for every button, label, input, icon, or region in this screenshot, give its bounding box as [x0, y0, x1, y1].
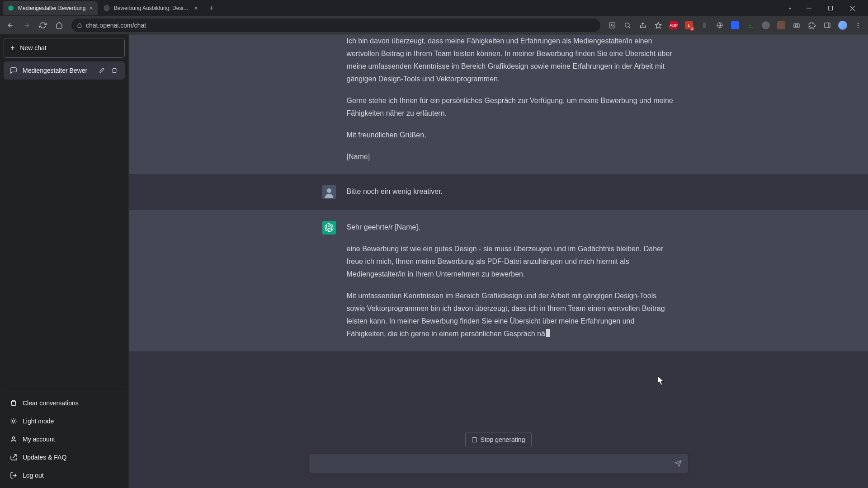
svg-point-8	[625, 23, 629, 27]
translate-icon[interactable]	[606, 19, 618, 32]
side-item-label: Light mode	[23, 418, 54, 425]
url-text: chat.openai.com/chat	[86, 22, 146, 29]
chatgpt-favicon	[7, 5, 14, 12]
prompt-box[interactable]	[309, 454, 689, 474]
svg-point-17	[858, 27, 859, 28]
browser-tab-1[interactable]: Mediengestalter Bewerbung ×	[3, 1, 98, 15]
stop-generating-button[interactable]: Stop generating	[465, 432, 532, 447]
star-icon[interactable]	[652, 19, 665, 32]
close-button[interactable]	[843, 2, 862, 14]
new-tab-button[interactable]: +	[205, 2, 218, 14]
favicon	[103, 5, 110, 12]
browser-tab-2[interactable]: Bewerbung Ausbildung: Design- ×	[99, 1, 203, 15]
browser-chrome: Mediengestalter Bewerbung × Bewerbung Au…	[0, 0, 868, 34]
updates-faq[interactable]: Updates & FAQ	[4, 448, 125, 466]
abp-extension[interactable]: ABP	[667, 19, 680, 32]
svg-rect-7	[609, 23, 615, 28]
link-icon	[10, 454, 17, 461]
tab-title: Mediengestalter Bewerbung	[18, 5, 85, 11]
svg-point-1	[104, 5, 109, 11]
send-icon[interactable]	[675, 460, 682, 467]
input-area: Stop generating	[129, 432, 868, 488]
reload-button[interactable]	[36, 19, 50, 32]
svg-rect-13	[825, 23, 830, 28]
camera-icon[interactable]	[790, 19, 803, 32]
log-out[interactable]: Log out	[4, 466, 125, 484]
conversation-item[interactable]: Mediengestalter Bewer	[4, 61, 125, 80]
globe-icon[interactable]	[713, 19, 726, 32]
my-account[interactable]: My account	[4, 430, 125, 448]
assistant-avatar	[322, 221, 336, 235]
logout-icon	[10, 472, 17, 479]
plus-icon: +	[10, 44, 14, 52]
download-icon[interactable]	[744, 19, 757, 32]
conversation-title: Mediengestalter Bewer	[23, 67, 93, 74]
sun-icon	[10, 418, 17, 425]
extension-badge[interactable]: L2	[683, 19, 695, 32]
message-row-user: Bitte noch ein wenig kreativer.	[129, 174, 868, 210]
new-chat-label: New chat	[20, 44, 46, 52]
extension-generic-1[interactable]	[698, 19, 711, 32]
svg-point-18	[12, 420, 14, 422]
zoom-icon[interactable]	[621, 19, 634, 32]
svg-point-16	[858, 25, 859, 26]
close-icon[interactable]: ×	[89, 5, 93, 12]
tab-strip: Mediengestalter Bewerbung × Bewerbung Au…	[0, 0, 868, 16]
message-content: Bitte noch ein wenig kreativer.	[347, 185, 675, 199]
maximize-button[interactable]	[821, 2, 840, 14]
chevron-down-icon[interactable]: ▾	[783, 2, 797, 14]
stop-label: Stop generating	[481, 436, 525, 443]
svg-point-19	[12, 437, 14, 439]
svg-point-12	[795, 24, 797, 27]
svg-point-15	[858, 23, 859, 24]
menu-icon[interactable]	[852, 19, 864, 32]
trash-icon[interactable]	[111, 67, 118, 74]
paragraph: Bitte noch ein wenig kreativer.	[347, 185, 675, 198]
chat-main: Ich bin davon überzeugt, dass meine Fähi…	[129, 34, 868, 488]
svg-rect-6	[78, 25, 81, 28]
extension-blue[interactable]	[729, 19, 741, 32]
svg-marker-9	[655, 22, 661, 28]
window-controls: ▾	[783, 2, 865, 14]
message-content: Ich bin davon überzeugt, dass meine Fähi…	[347, 35, 675, 163]
forward-button[interactable]	[20, 19, 33, 32]
sidepanel-icon[interactable]	[821, 19, 834, 32]
lock-icon	[77, 23, 82, 28]
paragraph: Mit freundlichen Grüßen,	[347, 129, 675, 141]
paragraph: Sehr geehrte/r [Name],	[347, 221, 675, 234]
svg-rect-3	[829, 6, 833, 10]
chat-scroll[interactable]: Ich bin davon überzeugt, dass meine Fähi…	[129, 34, 868, 432]
extensions-menu-icon[interactable]	[806, 19, 818, 32]
side-item-label: My account	[23, 436, 55, 443]
message-row-assistant: Sehr geehrte/r [Name], eine Bewerbung is…	[129, 210, 868, 352]
new-chat-button[interactable]: + New chat	[4, 38, 125, 58]
close-icon[interactable]: ×	[194, 5, 198, 12]
clear-conversations[interactable]: Clear conversations	[4, 394, 125, 412]
back-button[interactable]	[4, 19, 17, 32]
user-icon	[10, 436, 17, 443]
home-button[interactable]	[52, 19, 66, 32]
message-content: Sehr geehrte/r [Name], eine Bewerbung is…	[347, 221, 675, 340]
side-item-label: Clear conversations	[23, 399, 79, 407]
edit-icon[interactable]	[99, 67, 106, 74]
sidebar-bottom: Clear conversations Light mode My accoun…	[4, 391, 125, 484]
paragraph: [Name]	[347, 150, 675, 163]
mouse-cursor	[658, 376, 665, 386]
share-icon[interactable]	[637, 19, 649, 32]
prompt-input[interactable]	[316, 460, 675, 468]
side-item-label: Updates & FAQ	[23, 454, 66, 461]
paragraph: Ich bin davon überzeugt, dass meine Fähi…	[347, 35, 675, 85]
message-row-assistant: Ich bin davon überzeugt, dass meine Fähi…	[129, 34, 868, 174]
minimize-button[interactable]	[799, 2, 818, 14]
user-avatar	[322, 185, 336, 199]
app-container: + New chat Mediengestalter Bewer Clear c…	[0, 34, 868, 488]
extension-brown[interactable]	[775, 19, 788, 32]
light-mode-toggle[interactable]: Light mode	[4, 412, 125, 430]
paragraph: Gerne stehe ich Ihnen für ein persönlich…	[347, 94, 675, 120]
url-input[interactable]: chat.openai.com/chat	[71, 19, 600, 32]
extension-gray[interactable]	[760, 19, 772, 32]
svg-point-21	[327, 188, 331, 193]
trash-icon	[10, 399, 17, 407]
profile-avatar[interactable]	[836, 19, 849, 32]
streaming-cursor	[546, 329, 550, 337]
